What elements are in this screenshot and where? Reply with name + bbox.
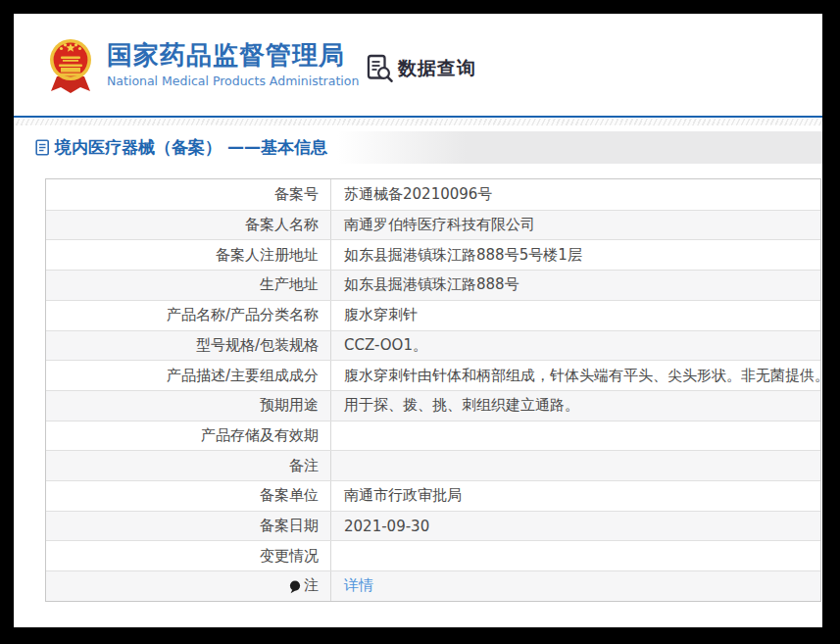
row-value: 苏通械备20210096号	[331, 179, 820, 210]
row-value: 南通市行政审批局	[331, 481, 820, 511]
table-row: 产品名称/产品分类名称腹水穿刺针	[46, 300, 820, 330]
row-value	[331, 421, 820, 451]
table-row: 变更情况	[46, 540, 820, 570]
table-row: 备注	[46, 450, 820, 480]
org-identity: 国家药品监督管理局 National Medical Products Admi…	[107, 40, 359, 88]
row-value: 腹水穿刺针	[331, 301, 820, 330]
nav-data-query-label: 数据查询	[398, 56, 476, 81]
row-value: 2021-09-30	[331, 512, 820, 541]
header-divider-line	[14, 116, 822, 118]
row-value: 用于探、拨、挑、刺组织建立通路。	[331, 391, 820, 421]
row-label: 备注	[46, 451, 331, 480]
row-label: 生产地址	[46, 271, 331, 300]
info-table: 备案号苏通械备20210096号备案人名称南通罗伯特医疗科技有限公司备案人注册地…	[45, 178, 821, 602]
document-icon	[35, 139, 50, 156]
site-header: 国家药品监督管理局 National Medical Products Admi…	[14, 14, 822, 116]
row-label: 备案日期	[46, 512, 331, 541]
row-value: 如东县掘港镇珠江路888号	[331, 271, 820, 300]
table-row: 生产地址如东县掘港镇珠江路888号	[46, 270, 820, 300]
row-label: 备案人注册地址	[46, 240, 331, 270]
org-name-en: National Medical Products Administration	[107, 74, 359, 88]
org-name-zh: 国家药品监督管理局	[107, 40, 359, 70]
table-row: 备案日期2021-09-30	[46, 511, 820, 541]
row-value	[331, 541, 820, 570]
row-label: 产品存储及有效期	[46, 421, 331, 451]
row-value: CCZ-OO1。	[331, 331, 820, 361]
document-search-icon	[367, 54, 393, 82]
section-title-bar: 境内医疗器械（备案） ——基本信息	[14, 131, 822, 164]
row-value: 腹水穿刺针由针体和柄部组成，针体头端有平头、尖头形状。非无菌提供。	[331, 361, 820, 390]
table-row: 注详情	[46, 570, 820, 601]
table-row: 备案人注册地址如东县掘港镇珠江路888号5号楼1层	[46, 239, 820, 270]
table-row: 备案人名称南通罗伯特医疗科技有限公司	[46, 210, 820, 240]
page-frame: { "header": { "org_name_zh": "国家药品监督管理局"…	[0, 0, 840, 644]
row-label: 型号规格/包装规格	[46, 331, 331, 361]
china-national-emblem-icon	[47, 35, 94, 96]
table-row: 型号规格/包装规格CCZ-OO1。	[46, 330, 820, 361]
row-label: 变更情况	[46, 541, 331, 570]
table-row: 预期用途用于探、拨、挑、刺组织建立通路。	[46, 390, 820, 421]
row-label: 产品名称/产品分类名称	[46, 301, 331, 330]
row-label: 备案单位	[46, 481, 331, 511]
hatched-strip	[14, 119, 822, 125]
row-label: 备案人名称	[46, 211, 331, 240]
table-row: 产品描述/主要组成成分腹水穿刺针由针体和柄部组成，针体头端有平头、尖头形状。非无…	[46, 360, 820, 390]
table-row: 备案单位南通市行政审批局	[46, 480, 820, 511]
browser-page: 国家药品监督管理局 National Medical Products Admi…	[14, 14, 822, 627]
row-label: 产品描述/主要组成成分	[46, 361, 331, 390]
nav-data-query[interactable]: 数据查询	[367, 54, 476, 82]
note-bubble-icon	[289, 580, 301, 594]
table-row: 产品存储及有效期	[46, 421, 820, 451]
row-label: 预期用途	[46, 391, 331, 421]
table-row: 备案号苏通械备20210096号	[46, 179, 820, 210]
row-value	[331, 451, 820, 480]
row-value: 如东县掘港镇珠江路888号5号楼1层	[331, 240, 820, 270]
row-label: 注	[46, 571, 331, 601]
row-label: 备案号	[46, 179, 331, 210]
row-value: 详情	[331, 571, 820, 601]
row-value: 南通罗伯特医疗科技有限公司	[331, 211, 820, 240]
details-link[interactable]: 详情	[344, 576, 373, 595]
page-title: 境内医疗器械（备案） ——基本信息	[55, 136, 327, 159]
